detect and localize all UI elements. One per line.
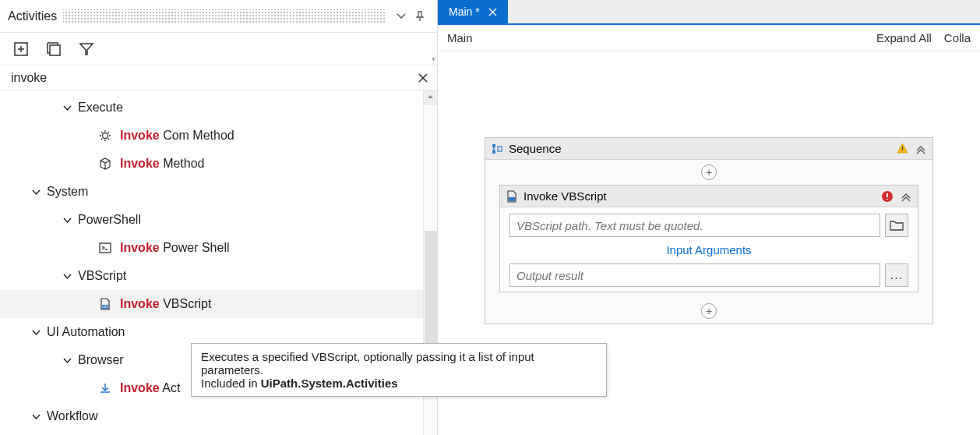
- tree-node-powershell[interactable]: PowerShell: [0, 206, 437, 234]
- search-input[interactable]: [11, 71, 414, 85]
- warning-icon: [895, 142, 909, 156]
- tree-label: UI Automation: [47, 325, 125, 339]
- panel-header: Activities: [0, 0, 437, 33]
- input-arguments-link[interactable]: Input Arguments: [666, 243, 751, 256]
- chevron-down-icon: [61, 216, 73, 225]
- chevron-down-icon: [61, 356, 73, 365]
- svg-rect-7: [492, 150, 495, 154]
- tree-label: Invoke Act: [120, 381, 180, 395]
- error-icon: [880, 189, 894, 203]
- panel-grip[interactable]: [63, 9, 386, 23]
- breadcrumb[interactable]: Main: [447, 31, 473, 44]
- tree-label: Invoke Com Method: [120, 129, 234, 143]
- tree-label: Execute: [78, 101, 123, 115]
- package-icon[interactable]: [44, 39, 64, 59]
- dropdown-icon[interactable]: [392, 7, 411, 26]
- svg-rect-6: [492, 144, 495, 147]
- add-activity-icon[interactable]: [11, 39, 31, 59]
- chevron-down-icon: [30, 188, 42, 196]
- tab-main[interactable]: Main *: [438, 0, 508, 23]
- filter-icon[interactable]: [76, 39, 97, 59]
- expand-all-button[interactable]: Expand All: [876, 31, 932, 44]
- collapse-icon[interactable]: [914, 142, 928, 156]
- tree-item-invoke-vbscript[interactable]: VBS Invoke VBScript: [0, 290, 437, 318]
- tooltip: Executes a specified VBScript, optionall…: [191, 343, 607, 397]
- svg-text:VBS: VBS: [102, 305, 108, 309]
- terminal-icon: [97, 239, 114, 256]
- tree-label: Invoke Power Shell: [120, 241, 230, 255]
- invoke-vbscript-activity[interactable]: Invoke VBScript Input Arguments: [499, 185, 918, 292]
- more-options-button[interactable]: ...: [885, 263, 908, 287]
- sequence-header[interactable]: Sequence: [485, 138, 932, 160]
- resize-handle-icon[interactable]: ▾: [432, 55, 435, 63]
- tree-label: PowerShell: [78, 213, 141, 227]
- panel-title: Activities: [8, 9, 57, 23]
- svg-rect-9: [509, 197, 515, 201]
- scroll-up-icon[interactable]: [424, 90, 437, 104]
- tree-node-ui-automation[interactable]: UI Automation: [0, 318, 437, 346]
- chevron-down-icon: [30, 328, 42, 337]
- clear-search-icon[interactable]: [414, 69, 432, 87]
- tree-label: Browser: [78, 353, 124, 367]
- svg-rect-8: [498, 147, 502, 151]
- tree-node-execute[interactable]: Execute: [0, 94, 437, 122]
- tree-label: Invoke Method: [120, 157, 205, 171]
- browse-button[interactable]: [885, 214, 908, 237]
- svg-point-2: [103, 133, 108, 139]
- cube-icon: [97, 155, 114, 172]
- sequence-title: Sequence: [509, 142, 562, 155]
- tree-node-vbscript[interactable]: VBScript: [0, 262, 437, 290]
- tree-label: System: [47, 185, 88, 199]
- chevron-down-icon: [61, 272, 73, 281]
- collapse-all-button[interactable]: Colla: [944, 31, 971, 44]
- tree-item-invoke-powershell[interactable]: Invoke Power Shell: [0, 234, 437, 262]
- gear-icon: [97, 127, 114, 144]
- tab-bar: Main *: [438, 0, 980, 25]
- close-icon[interactable]: [486, 5, 500, 19]
- sequence-activity[interactable]: Sequence + Invoke VBScript: [485, 137, 933, 324]
- add-activity-bottom[interactable]: +: [701, 303, 717, 319]
- tree-label: Invoke VBScript: [120, 297, 211, 311]
- output-result-input[interactable]: [509, 263, 880, 287]
- search-row: [0, 65, 437, 90]
- collapse-icon[interactable]: [899, 189, 913, 203]
- tree-node-system[interactable]: System: [0, 178, 437, 206]
- tooltip-line2: Included in UiPath.System.Activities: [201, 377, 597, 390]
- svg-rect-1: [50, 45, 60, 55]
- vbs-file-icon: VBS: [97, 295, 114, 313]
- tree-label: VBScript: [78, 269, 126, 283]
- tree-item-invoke-method[interactable]: Invoke Method: [0, 150, 437, 178]
- vbscript-path-input[interactable]: [509, 214, 880, 237]
- chevron-down-icon: [61, 104, 73, 112]
- chevron-down-icon: [30, 412, 42, 421]
- tooltip-line1: Executes a specified VBScript, optionall…: [201, 350, 597, 377]
- add-activity-top[interactable]: +: [701, 164, 717, 180]
- pin-icon[interactable]: [411, 7, 429, 26]
- tree-label: Workflow: [47, 409, 98, 423]
- breadcrumb-bar: Main Expand All Colla: [438, 25, 980, 51]
- inner-title: Invoke VBScript: [523, 189, 607, 203]
- vbs-file-icon: [505, 189, 519, 203]
- sequence-icon: [490, 142, 504, 156]
- download-icon: [97, 380, 114, 397]
- tab-label: Main *: [449, 5, 480, 18]
- tree-item-invoke-com[interactable]: Invoke Com Method: [0, 122, 437, 150]
- inner-header[interactable]: Invoke VBScript: [500, 186, 918, 207]
- tree-node-workflow[interactable]: Workflow: [0, 402, 437, 430]
- panel-toolbar: ▾: [0, 33, 437, 65]
